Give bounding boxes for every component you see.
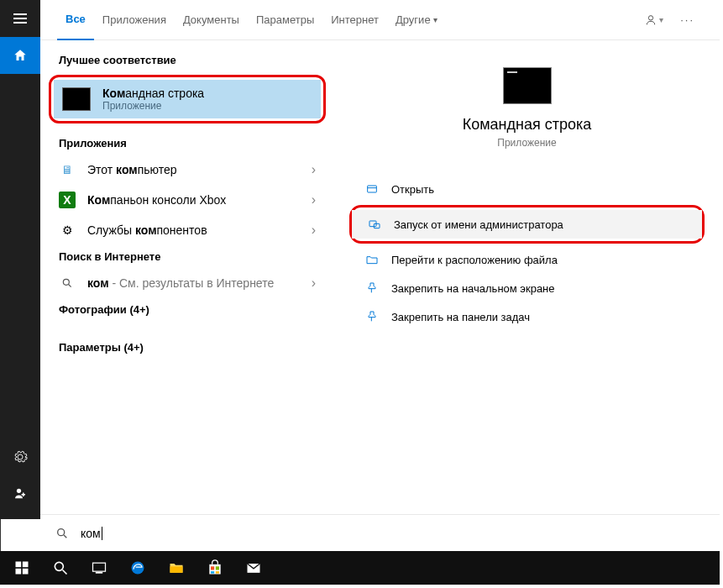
pc-icon: 🖥: [59, 161, 76, 178]
open-icon: [365, 182, 379, 196]
svg-rect-26: [216, 571, 219, 574]
account-button[interactable]: [0, 475, 40, 512]
mail-icon: [245, 559, 262, 576]
cmd-icon: [62, 87, 91, 111]
svg-rect-12: [16, 562, 22, 568]
section-photos: Фотографии (4+): [40, 298, 334, 321]
admin-icon: [368, 218, 381, 231]
task-view-icon: [91, 559, 107, 576]
best-match-title: Командная строка: [102, 87, 204, 100]
search-query-text: ком: [81, 527, 101, 540]
svg-point-0: [17, 489, 21, 493]
more-options-button[interactable]: ···: [672, 13, 703, 26]
search-icon: [52, 559, 69, 576]
folder-icon: [168, 559, 185, 576]
action-run-as-admin[interactable]: Запуск от имени администратора: [352, 210, 702, 239]
chevron-right-icon: ›: [312, 162, 316, 177]
best-match-item[interactable]: Командная строка Приложение: [54, 80, 321, 118]
store-icon: [207, 559, 223, 576]
result-xbox-companion[interactable]: X Компаньон консоли Xbox ›: [40, 185, 334, 215]
svg-rect-9: [374, 223, 380, 228]
left-rail: [0, 0, 40, 519]
svg-point-10: [58, 528, 65, 535]
task-view-button[interactable]: [81, 551, 118, 585]
folder-icon: [365, 253, 379, 266]
edge-button[interactable]: [119, 551, 156, 585]
explorer-button[interactable]: [158, 551, 195, 585]
search-icon: [59, 275, 76, 291]
results-column: Лучшее соответствие Командная строка При…: [40, 40, 334, 482]
svg-rect-24: [216, 566, 219, 570]
search-panel: Все Приложения Документы Параметры Интер…: [40, 0, 720, 519]
svg-rect-23: [211, 566, 214, 570]
tab-docs[interactable]: Документы: [175, 0, 248, 40]
hamburger-button[interactable]: [0, 0, 40, 37]
preview-title: Командная строка: [354, 116, 699, 134]
pin-icon: [365, 281, 379, 295]
pin-icon: [365, 310, 379, 323]
tab-more[interactable]: Другие ▾: [387, 0, 446, 40]
search-icon: [55, 527, 69, 540]
section-best-match: Лучшее соответствие: [40, 49, 334, 71]
chevron-right-icon: ›: [312, 223, 316, 238]
highlight-best-match: Командная строка Приложение: [49, 75, 326, 123]
chevron-right-icon: ›: [312, 276, 316, 291]
svg-line-11: [64, 535, 66, 538]
svg-line-5: [69, 285, 71, 287]
svg-rect-6: [368, 186, 377, 192]
svg-line-17: [63, 570, 67, 575]
home-icon: [13, 48, 28, 63]
preview-app-icon: [503, 67, 552, 104]
result-this-pc[interactable]: 🖥 Этот компьютер ›: [40, 155, 334, 185]
highlight-run-as-admin: Запуск от имени администратора: [349, 205, 705, 244]
person-outline-icon: [644, 13, 658, 27]
chevron-down-icon: ▾: [659, 15, 663, 24]
taskbar-search-button[interactable]: [42, 551, 79, 585]
tab-apps[interactable]: Приложения: [94, 0, 175, 40]
ellipsis-icon: ···: [680, 13, 694, 26]
mail-button[interactable]: [235, 551, 272, 585]
gear-icon: [13, 449, 28, 465]
result-component-services[interactable]: ⚙ Службы компонентов ›: [40, 215, 334, 245]
svg-rect-19: [96, 572, 102, 574]
action-open-location[interactable]: Перейти к расположению файла: [354, 245, 699, 274]
text-cursor: [102, 527, 102, 540]
taskbar: [0, 551, 720, 585]
section-web: Поиск в Интернете: [40, 245, 334, 268]
windows-icon: [13, 559, 30, 576]
section-apps: Приложения: [40, 132, 334, 155]
filter-tabs: Все Приложения Документы Параметры Интер…: [40, 0, 720, 40]
tab-settings[interactable]: Параметры: [248, 0, 322, 40]
edge-icon: [129, 559, 146, 576]
xbox-icon: X: [59, 192, 76, 208]
svg-rect-18: [93, 563, 106, 571]
preview-column: Командная строка Приложение Открыть Запу…: [334, 40, 720, 482]
svg-point-16: [55, 562, 63, 570]
tab-all[interactable]: Все: [57, 0, 94, 40]
svg-rect-21: [170, 566, 183, 573]
start-button[interactable]: [3, 551, 40, 585]
svg-rect-13: [23, 562, 29, 568]
settings-button[interactable]: [0, 438, 40, 475]
chevron-right-icon: ›: [312, 192, 316, 207]
action-pin-start[interactable]: Закрепить на начальном экране: [354, 274, 699, 302]
person-icon: [13, 486, 28, 501]
svg-point-3: [648, 15, 652, 19]
svg-rect-15: [23, 569, 29, 575]
home-button[interactable]: [0, 37, 40, 74]
chevron-down-icon: ▾: [433, 15, 437, 24]
component-icon: ⚙: [59, 222, 76, 239]
svg-rect-25: [211, 571, 214, 574]
tab-web[interactable]: Интернет: [322, 0, 387, 40]
best-match-subtitle: Приложение: [102, 100, 204, 112]
preview-subtitle: Приложение: [354, 137, 699, 149]
feedback-button[interactable]: ▾: [636, 13, 672, 27]
svg-rect-14: [16, 569, 22, 575]
search-input-bar[interactable]: ком: [40, 514, 720, 551]
store-button[interactable]: [196, 551, 233, 585]
svg-point-4: [63, 279, 69, 285]
result-web-search[interactable]: ком - См. результаты в Интернете ›: [40, 268, 334, 298]
svg-rect-2: [23, 493, 24, 497]
section-settings: Параметры (4+): [40, 336, 334, 359]
